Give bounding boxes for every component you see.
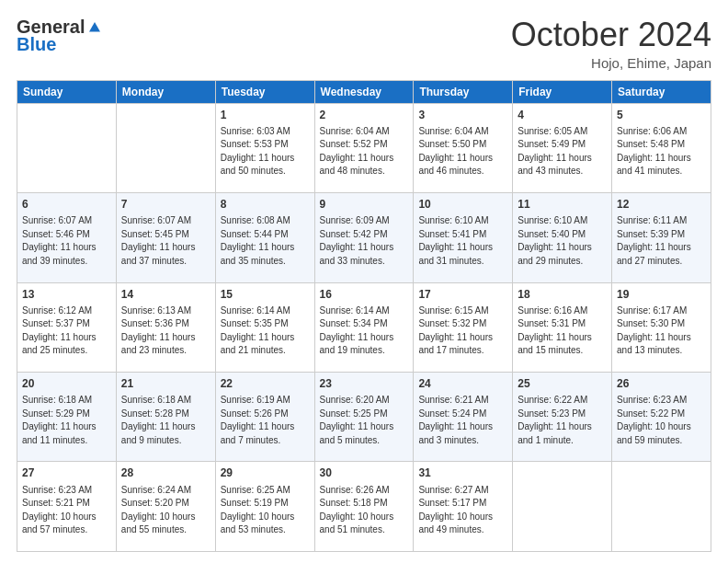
- sunset-text: Sunset: 5:45 PM: [121, 229, 189, 239]
- calendar-cell: 7Sunrise: 6:07 AMSunset: 5:45 PMDaylight…: [116, 193, 215, 282]
- daylight-text: Daylight: 11 hours and 35 minutes.: [221, 242, 295, 266]
- daylight-text: Daylight: 11 hours and 7 minutes.: [221, 421, 295, 445]
- day-number: 27: [22, 465, 111, 481]
- logo-icon: [86, 19, 103, 36]
- daylight-text: Daylight: 11 hours and 21 minutes.: [221, 332, 295, 356]
- day-number: 3: [418, 108, 507, 123]
- daylight-text: Daylight: 10 hours and 49 minutes.: [418, 511, 493, 535]
- day-header-tuesday: Tuesday: [215, 80, 314, 103]
- sunrise-text: Sunrise: 6:04 AM: [418, 126, 488, 136]
- day-header-friday: Friday: [513, 80, 612, 103]
- location: Hojo, Ehime, Japan: [511, 55, 711, 71]
- day-number: 14: [121, 287, 210, 303]
- sunrise-text: Sunrise: 6:07 AM: [22, 215, 92, 225]
- sunrise-text: Sunrise: 6:21 AM: [418, 395, 488, 405]
- day-number: 30: [320, 465, 409, 481]
- sunrise-text: Sunrise: 6:19 AM: [221, 395, 290, 405]
- sunrise-text: Sunrise: 6:23 AM: [617, 395, 687, 405]
- day-header-sunday: Sunday: [17, 80, 117, 103]
- day-number: 18: [518, 287, 607, 303]
- sunset-text: Sunset: 5:32 PM: [418, 318, 486, 328]
- sunset-text: Sunset: 5:31 PM: [518, 318, 586, 328]
- sunrise-text: Sunrise: 6:10 AM: [518, 215, 587, 225]
- sunset-text: Sunset: 5:30 PM: [617, 318, 685, 328]
- calendar-table: SundayMondayTuesdayWednesdayThursdayFrid…: [17, 80, 711, 552]
- day-number: 9: [320, 197, 409, 213]
- sunrise-text: Sunrise: 6:05 AM: [518, 126, 587, 136]
- calendar-cell: 15Sunrise: 6:14 AMSunset: 5:35 PMDayligh…: [215, 282, 314, 372]
- sunrise-text: Sunrise: 6:23 AM: [22, 485, 92, 495]
- sunset-text: Sunset: 5:49 PM: [518, 139, 586, 149]
- daylight-text: Daylight: 11 hours and 19 minutes.: [320, 332, 394, 356]
- sunset-text: Sunset: 5:26 PM: [221, 408, 289, 419]
- calendar-cell: 5Sunrise: 6:06 AMSunset: 5:48 PMDaylight…: [612, 103, 711, 192]
- daylight-text: Daylight: 11 hours and 48 minutes.: [320, 153, 394, 177]
- sunrise-text: Sunrise: 6:11 AM: [617, 215, 687, 225]
- calendar-cell: 26Sunrise: 6:23 AMSunset: 5:22 PMDayligh…: [612, 373, 711, 462]
- sunset-text: Sunset: 5:40 PM: [518, 229, 586, 239]
- day-number: 2: [320, 108, 409, 123]
- week-row-4: 20Sunrise: 6:18 AMSunset: 5:29 PMDayligh…: [17, 373, 711, 462]
- sunrise-text: Sunrise: 6:09 AM: [320, 215, 390, 225]
- sunrise-text: Sunrise: 6:27 AM: [418, 485, 488, 495]
- daylight-text: Daylight: 11 hours and 17 minutes.: [418, 332, 493, 356]
- calendar-cell: 10Sunrise: 6:10 AMSunset: 5:41 PMDayligh…: [414, 193, 513, 282]
- calendar-cell: [612, 462, 711, 552]
- sunset-text: Sunset: 5:39 PM: [617, 229, 685, 239]
- day-number: 12: [617, 197, 706, 213]
- sunset-text: Sunset: 5:21 PM: [22, 498, 90, 508]
- day-header-saturday: Saturday: [612, 80, 711, 103]
- sunset-text: Sunset: 5:22 PM: [617, 408, 685, 419]
- daylight-text: Daylight: 11 hours and 37 minutes.: [121, 242, 196, 266]
- sunset-text: Sunset: 5:25 PM: [320, 408, 388, 419]
- daylight-text: Daylight: 11 hours and 29 minutes.: [518, 242, 592, 266]
- day-number: 11: [518, 197, 607, 213]
- sunrise-text: Sunrise: 6:12 AM: [22, 305, 92, 316]
- daylight-text: Daylight: 11 hours and 25 minutes.: [22, 332, 97, 356]
- calendar-cell: 4Sunrise: 6:05 AMSunset: 5:49 PMDaylight…: [513, 103, 612, 192]
- calendar-cell: 22Sunrise: 6:19 AMSunset: 5:26 PMDayligh…: [215, 373, 314, 462]
- calendar-cell: 31Sunrise: 6:27 AMSunset: 5:17 PMDayligh…: [414, 462, 513, 552]
- page: General Blue October 2024 Hojo, Ehime, J…: [0, 0, 728, 563]
- logo: General Blue: [17, 17, 103, 55]
- sunrise-text: Sunrise: 6:15 AM: [418, 305, 488, 316]
- daylight-text: Daylight: 10 hours and 57 minutes.: [22, 511, 97, 535]
- sunrise-text: Sunrise: 6:16 AM: [518, 305, 587, 316]
- daylight-text: Daylight: 11 hours and 41 minutes.: [617, 153, 691, 177]
- day-header-wednesday: Wednesday: [314, 80, 414, 103]
- sunrise-text: Sunrise: 6:20 AM: [320, 395, 390, 405]
- sunrise-text: Sunrise: 6:04 AM: [320, 126, 390, 136]
- sunset-text: Sunset: 5:50 PM: [418, 139, 486, 149]
- daylight-text: Daylight: 11 hours and 43 minutes.: [518, 153, 592, 177]
- day-header-thursday: Thursday: [414, 80, 513, 103]
- sunrise-text: Sunrise: 6:25 AM: [221, 485, 290, 495]
- sunrise-text: Sunrise: 6:26 AM: [320, 485, 390, 495]
- week-row-3: 13Sunrise: 6:12 AMSunset: 5:37 PMDayligh…: [17, 282, 711, 372]
- day-number: 20: [22, 376, 111, 392]
- day-number: 10: [418, 197, 507, 213]
- sunset-text: Sunset: 5:19 PM: [221, 498, 289, 508]
- daylight-text: Daylight: 10 hours and 59 minutes.: [617, 421, 691, 445]
- sunset-text: Sunset: 5:52 PM: [320, 139, 388, 149]
- day-number: 5: [617, 108, 706, 123]
- day-number: 24: [418, 376, 507, 392]
- calendar-cell: 12Sunrise: 6:11 AMSunset: 5:39 PMDayligh…: [612, 193, 711, 282]
- day-number: 4: [518, 108, 607, 123]
- sunrise-text: Sunrise: 6:08 AM: [221, 215, 290, 225]
- day-number: 15: [221, 287, 310, 303]
- daylight-text: Daylight: 11 hours and 23 minutes.: [121, 332, 196, 356]
- calendar-cell: 13Sunrise: 6:12 AMSunset: 5:37 PMDayligh…: [17, 282, 117, 372]
- sunrise-text: Sunrise: 6:18 AM: [22, 395, 92, 405]
- sunset-text: Sunset: 5:29 PM: [22, 408, 90, 419]
- svg-marker-0: [89, 22, 100, 32]
- calendar-cell: 17Sunrise: 6:15 AMSunset: 5:32 PMDayligh…: [414, 282, 513, 372]
- logo-blue: Blue: [17, 34, 56, 55]
- calendar-header: SundayMondayTuesdayWednesdayThursdayFrid…: [17, 80, 711, 103]
- calendar-cell: 16Sunrise: 6:14 AMSunset: 5:34 PMDayligh…: [314, 282, 414, 372]
- calendar-cell: 8Sunrise: 6:08 AMSunset: 5:44 PMDaylight…: [215, 193, 314, 282]
- day-number: 26: [617, 376, 706, 392]
- day-number: 8: [221, 197, 310, 213]
- calendar-cell: 1Sunrise: 6:03 AMSunset: 5:53 PMDaylight…: [215, 103, 314, 192]
- day-number: 31: [418, 465, 507, 481]
- calendar-cell: 6Sunrise: 6:07 AMSunset: 5:46 PMDaylight…: [17, 193, 117, 282]
